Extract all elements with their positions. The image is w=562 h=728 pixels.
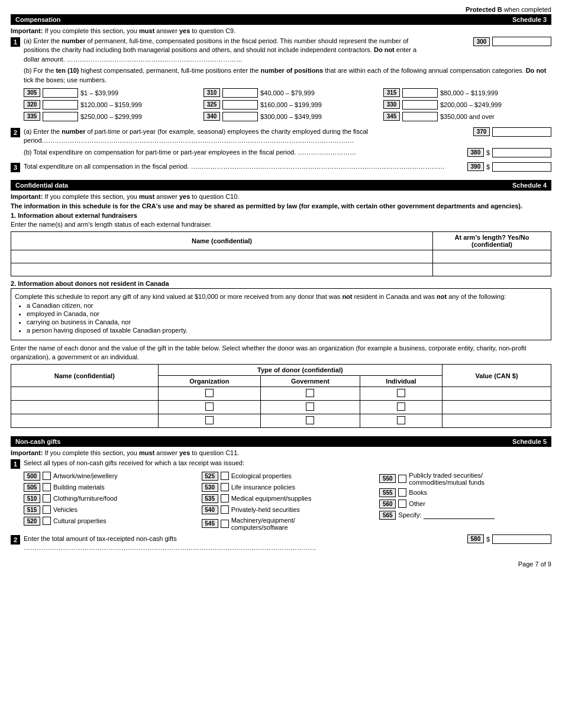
schedule4-number: Schedule 4: [512, 182, 547, 189]
field-370: 370: [473, 127, 490, 136]
schedule4-section1-heading: 1. Information about external fundraiser…: [11, 212, 551, 219]
comp-335: 335 $250,000 – $299,999: [24, 112, 192, 121]
checkbox-545[interactable]: [221, 520, 229, 528]
checkbox-row2-org[interactable]: [205, 402, 214, 411]
checkbox-530[interactable]: [221, 483, 229, 491]
donor-type-header: Type of donor (confidential): [158, 365, 442, 376]
page-footer: Page 7 of 9: [11, 561, 551, 568]
bullet-4: a person having disposed of taxable Cana…: [27, 327, 547, 334]
external-fundraisers-table: Name (confidential) At arm's length? Yes…: [11, 231, 551, 276]
donor-row2-gov[interactable]: [260, 401, 360, 414]
input-340[interactable]: [222, 112, 258, 121]
item-540: 540 Privately-held securities: [202, 505, 374, 514]
donor-row3-gov[interactable]: [260, 414, 360, 428]
comp-310: 310 $40,000 – $79,999: [204, 88, 372, 98]
specify-input-565[interactable]: [424, 511, 495, 519]
ext-row1-name[interactable]: [11, 250, 433, 263]
schedule5-number: Schedule 5: [512, 438, 547, 445]
donor-row1-ind[interactable]: [360, 387, 443, 401]
checkbox-row2-ind[interactable]: [397, 402, 405, 411]
q3-text: Total expenditure on all compensation in…: [24, 162, 463, 171]
checkbox-row1-org[interactable]: [205, 389, 214, 397]
item-545: 545 Machinery/equipment/computers/softwa…: [202, 517, 374, 531]
bullet-1: a Canadian citizen, nor: [27, 302, 547, 309]
input-335[interactable]: [43, 112, 78, 121]
checkbox-540[interactable]: [221, 505, 229, 514]
donor-row1-org[interactable]: [158, 387, 260, 401]
donor-row1-name[interactable]: [11, 387, 159, 401]
schedule4-section2-heading: 2. Information about donors not resident…: [11, 280, 551, 287]
s5-q1-text: Select all types of non-cash gifts recei…: [24, 459, 551, 468]
input-345[interactable]: [402, 112, 438, 121]
checkbox-row3-org[interactable]: [205, 416, 214, 424]
checkbox-row1-gov[interactable]: [306, 389, 314, 397]
q2a-row: (a) Enter the number of part-time or par…: [24, 127, 551, 146]
donor-row1-gov[interactable]: [260, 387, 360, 401]
donor-row1-val[interactable]: [443, 387, 551, 401]
input-300[interactable]: [492, 37, 551, 46]
input-330[interactable]: [402, 100, 438, 109]
s5-q2-field: 580 $: [467, 534, 551, 544]
schedule5-q1: 1 Select all types of non-cash gifts rec…: [11, 459, 551, 530]
item-560: 560 Other: [379, 500, 551, 508]
ext-col2: At arm's length? Yes/No(confidential): [433, 232, 551, 250]
s5-q2-badge: 2: [11, 535, 20, 545]
checkbox-535[interactable]: [221, 494, 229, 502]
checkbox-row2-gov[interactable]: [306, 402, 314, 411]
schedule4-title: Confidential data: [15, 182, 68, 189]
input-325[interactable]: [222, 100, 258, 109]
checkbox-510[interactable]: [43, 494, 51, 502]
bullet-3: carrying on business in Canada, nor: [27, 318, 547, 326]
input-370[interactable]: [492, 127, 551, 137]
ext-row2-name[interactable]: [11, 263, 433, 276]
q2-row: Enter the total amount of tax-receipted …: [24, 534, 551, 553]
q1a-text: (a) Enter the number of permanent, full-…: [24, 37, 426, 64]
comp-categories: 305 $1 – $39,999 310 $40,000 – $79,999 3…: [24, 88, 551, 121]
donor-col-value: Value (CAN $): [443, 365, 551, 387]
donor-row3-val[interactable]: [443, 414, 551, 428]
checkbox-row3-gov[interactable]: [306, 416, 314, 424]
comp-340: 340 $300,000 – $349,999: [204, 112, 372, 121]
checkbox-555[interactable]: [398, 488, 406, 497]
checkbox-525[interactable]: [221, 472, 229, 480]
donor-row2-ind[interactable]: [360, 401, 443, 414]
donor-row3-name[interactable]: [11, 414, 159, 428]
schedule3-title: Compensation: [15, 16, 60, 23]
input-305[interactable]: [43, 88, 78, 98]
checkbox-560[interactable]: [398, 500, 406, 508]
s5-q2-content: Enter the total amount of tax-receipted …: [24, 534, 551, 555]
donor-row3-org[interactable]: [158, 414, 260, 428]
item-500: 500 Artwork/wine/jewellery: [24, 472, 196, 481]
checkbox-row3-ind[interactable]: [397, 416, 405, 424]
input-380[interactable]: [492, 148, 551, 157]
donor-col-name: Name (confidential): [11, 365, 159, 387]
checkbox-row1-ind[interactable]: [397, 389, 405, 397]
input-390[interactable]: [492, 162, 551, 172]
input-320[interactable]: [43, 100, 78, 109]
donor-col-ind: Individual: [360, 376, 443, 387]
schedule4-important: Important: If you complete this section,…: [11, 193, 551, 200]
checkbox-500[interactable]: [43, 472, 51, 480]
item-515: 515 Vehicles: [24, 505, 196, 514]
ext-row1-status[interactable]: [433, 250, 551, 263]
input-315[interactable]: [402, 88, 438, 98]
comp-330: 330 $200,000 – $249,999: [383, 100, 551, 109]
checkbox-550[interactable]: [398, 475, 406, 483]
donor-row3-ind[interactable]: [360, 414, 443, 428]
donor-row2-org[interactable]: [158, 401, 260, 414]
field-300: 300: [473, 37, 490, 46]
item-555: 555 Books: [379, 488, 551, 497]
q3-content: Total expenditure on all compensation in…: [24, 162, 551, 174]
schedule3-q3: 3 Total expenditure on all compensation …: [11, 162, 551, 174]
checkbox-520[interactable]: [43, 517, 51, 525]
comp-315: 315 $80,000 – $119,999: [383, 88, 551, 98]
schedule4-section2-desc: Complete this schedule to report any gif…: [15, 292, 547, 301]
checkbox-515[interactable]: [43, 505, 51, 514]
input-580[interactable]: [492, 534, 551, 544]
donor-row2-val[interactable]: [443, 401, 551, 414]
input-310[interactable]: [222, 88, 258, 98]
ext-row2-status[interactable]: [433, 263, 551, 276]
donor-row-1: [11, 387, 551, 401]
checkbox-505[interactable]: [43, 483, 51, 491]
donor-row2-name[interactable]: [11, 401, 159, 414]
